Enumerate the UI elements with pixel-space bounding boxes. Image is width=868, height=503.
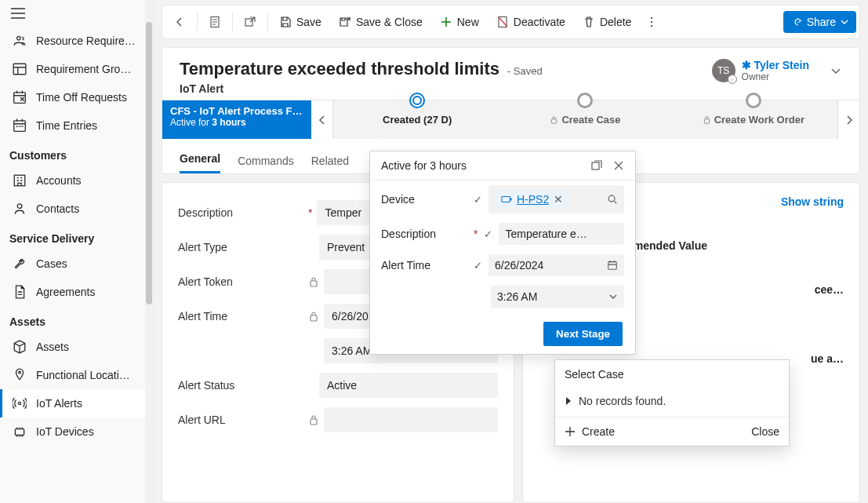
back-arrow-icon (173, 16, 186, 28)
sidebar-item-contacts[interactable]: Contacts (0, 195, 153, 223)
calendar-icon (13, 118, 27, 133)
building-icon (13, 173, 27, 188)
svg-rect-19 (592, 162, 599, 169)
bpf-info[interactable]: CFS - IoT Alert Process Fl… Active for 3… (162, 100, 311, 139)
svg-rect-17 (311, 315, 317, 321)
sidebar-heading-customers: Customers (0, 140, 153, 166)
sidebar-scrollbar[interactable] (145, 0, 153, 503)
calendar-x-icon (13, 90, 27, 104)
chevron-down-icon[interactable] (830, 64, 842, 77)
field-alert-status[interactable]: Active (319, 373, 498, 398)
dropdown-close-button[interactable]: Close (751, 425, 779, 438)
bpf-stage-create-wo[interactable]: Create Work Order (670, 100, 837, 139)
svg-point-4 (17, 204, 22, 209)
new-button[interactable]: New (432, 11, 487, 33)
more-vertical-icon (645, 16, 658, 28)
field-label-alert-url: Alert URL (178, 414, 303, 426)
pin-icon (13, 368, 27, 382)
field-label-alert-time: Alert Time (178, 310, 303, 323)
sidebar-item-label: Contacts (36, 202, 79, 215)
sidebar-item-resreq[interactable]: Resource Require… (0, 27, 153, 55)
stage-pin-icon (577, 93, 593, 108)
owner-role: Owner (742, 71, 809, 82)
sidebar-item-timeoff[interactable]: Time Off Requests (0, 83, 153, 111)
bpf-stage-create-case[interactable]: Create Case (501, 100, 669, 139)
bpf-stage-created[interactable]: Created (27 D) (333, 100, 501, 139)
close-icon (613, 160, 624, 171)
save-label: Save (296, 16, 321, 28)
record-entity: IoT Alert (180, 82, 543, 95)
popup-close-button[interactable] (613, 160, 624, 171)
popup-description-input[interactable]: Temperature e… (499, 223, 624, 245)
dropdown-create-button[interactable]: Create (565, 425, 615, 438)
save-close-button[interactable]: Save & Close (331, 11, 430, 33)
delete-label: Delete (600, 16, 631, 28)
record-header: Temperature exceeded threshold limits - … (162, 48, 859, 100)
owner-box[interactable]: TS ○ ✱ Tyler Stein Owner (712, 59, 842, 82)
person-icon (13, 202, 27, 216)
sidebar-item-funcloc[interactable]: Functional Locati… (0, 361, 153, 389)
overflow-button[interactable] (641, 11, 663, 33)
popup-alert-time-time[interactable]: 3:26 AM (491, 286, 624, 308)
tab-related[interactable]: Related (311, 147, 349, 173)
sidebar-item-cases[interactable]: Cases (0, 250, 153, 278)
search-icon[interactable] (607, 194, 618, 205)
avatar-initials: TS (717, 65, 729, 76)
sidebar-item-timeentries[interactable]: Time Entries (0, 111, 153, 140)
dropdown-empty-text: No records found. (579, 395, 666, 407)
sidebar-scrollbar-thumb[interactable] (146, 22, 152, 304)
field-label-alert-status: Alert Status (178, 379, 303, 392)
popup-description-value: Temperature e… (505, 228, 587, 240)
bpf-prev-button[interactable] (311, 100, 333, 139)
field-label-description: Description (178, 206, 303, 219)
popup-dock-button[interactable] (591, 160, 602, 171)
bpf-next-button[interactable] (837, 100, 859, 139)
next-stage-button[interactable]: Next Stage (543, 322, 623, 346)
dropdown-create-label: Create (582, 425, 615, 438)
delete-button[interactable]: Delete (575, 11, 639, 33)
lock-icon (703, 115, 711, 124)
sidebar-item-iotalerts[interactable]: IoT Alerts (0, 389, 153, 417)
lock-icon (550, 115, 558, 124)
stage-label: Create Work Order (703, 114, 804, 126)
sidebar-item-assets[interactable]: Assets (0, 333, 153, 361)
svg-point-6 (18, 402, 20, 404)
open-new-icon (244, 16, 256, 28)
deactivate-icon (496, 16, 509, 28)
sidebar-item-label: Time Entries (36, 119, 97, 132)
show-string-link[interactable]: Show string (781, 195, 844, 208)
popup-alert-time-date[interactable]: 6/26/2024 (488, 254, 624, 276)
lookup-remove-icon[interactable]: ✕ (554, 193, 563, 206)
grid-icon (13, 62, 27, 76)
sidebar-item-reqgrp[interactable]: Requirement Gro… (0, 55, 153, 83)
dropdown-body: No records found. (555, 388, 789, 417)
required-indicator: * (308, 206, 312, 219)
sidebar-item-iotdevices[interactable]: IoT Devices (0, 417, 153, 446)
back-button[interactable] (165, 11, 194, 33)
save-close-label: Save & Close (356, 16, 423, 28)
save-button[interactable]: Save (271, 11, 329, 33)
check-icon: ✓ (474, 260, 482, 272)
sidebar-item-label: Functional Locati… (36, 369, 130, 381)
popup-device-lookup[interactable]: H-PS2 ✕ (488, 185, 624, 213)
hamburger-icon (11, 8, 25, 19)
svg-rect-9 (245, 19, 252, 26)
tab-general[interactable]: General (180, 144, 220, 173)
sidebar-item-accounts[interactable]: Accounts (0, 166, 153, 195)
lookup-pill[interactable]: H-PS2 ✕ (495, 190, 569, 209)
form-selector-button[interactable] (201, 11, 229, 33)
tab-commands[interactable]: Commands (238, 147, 294, 173)
svg-rect-22 (608, 262, 617, 270)
hamburger-button[interactable] (0, 0, 153, 27)
popup-field-label-description: Description (381, 228, 467, 240)
share-button[interactable]: Share (783, 11, 856, 33)
chevron-down-icon (608, 292, 618, 301)
lookup-link[interactable]: H-PS2 (517, 193, 549, 206)
trash-icon (583, 16, 595, 28)
open-in-new-button[interactable] (236, 11, 264, 33)
plus-icon (565, 426, 576, 437)
check-icon: ✓ (484, 228, 492, 240)
alert-icon (13, 396, 27, 410)
deactivate-button[interactable]: Deactivate (488, 11, 573, 33)
sidebar-item-agreements[interactable]: Agreements (0, 278, 153, 306)
